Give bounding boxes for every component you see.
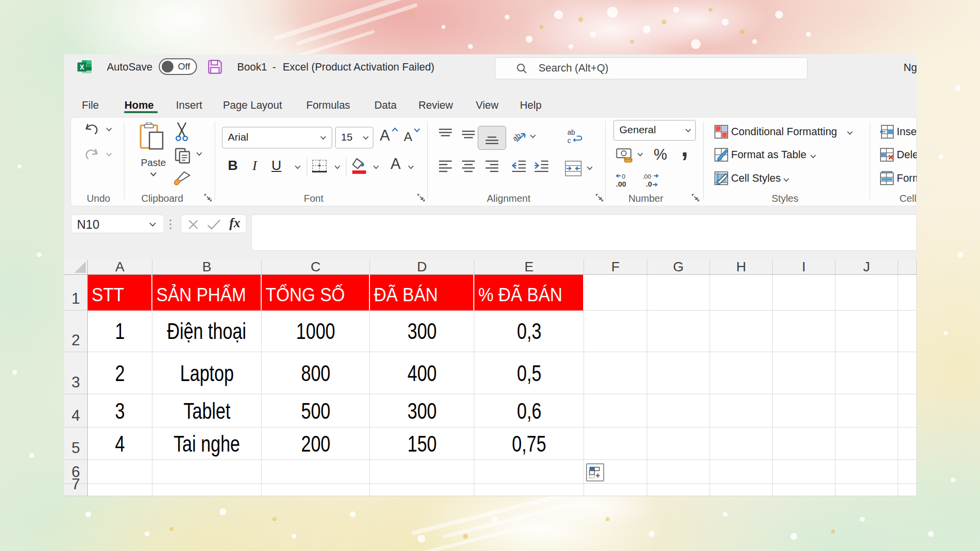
percent-style-button[interactable]: % bbox=[654, 146, 667, 164]
cell-B2[interactable]: Điện thoại bbox=[152, 311, 262, 352]
cell[interactable] bbox=[584, 311, 647, 352]
cell[interactable] bbox=[584, 428, 647, 460]
font-size-combobox[interactable]: 15 bbox=[335, 127, 373, 148]
delete-cells-button[interactable]: Delete bbox=[897, 149, 917, 161]
cell-B1[interactable]: SẢN PHẨM bbox=[152, 275, 262, 311]
cell[interactable] bbox=[647, 428, 710, 460]
cell[interactable] bbox=[647, 311, 710, 352]
search-box[interactable]: Search (Alt+Q) bbox=[495, 57, 808, 79]
cell-C5[interactable]: 200 bbox=[262, 428, 370, 460]
cell-C4[interactable]: 500 bbox=[262, 394, 370, 428]
font-name-combobox[interactable]: Arial bbox=[222, 127, 332, 148]
format-cells-icon[interactable] bbox=[880, 171, 894, 186]
format-as-table-dropdown-icon[interactable] bbox=[810, 154, 816, 159]
cell[interactable] bbox=[584, 484, 647, 496]
tab-review[interactable]: Review bbox=[418, 99, 453, 112]
number-format-dropdown-icon[interactable] bbox=[685, 128, 691, 133]
name-box-resize-dots-icon[interactable] bbox=[169, 219, 172, 231]
select-all-corner[interactable] bbox=[64, 260, 88, 275]
cell[interactable] bbox=[710, 394, 773, 428]
align-top-button[interactable] bbox=[439, 128, 452, 141]
formula-input[interactable] bbox=[251, 215, 917, 251]
tab-file[interactable]: File bbox=[82, 99, 99, 112]
cancel-icon[interactable] bbox=[188, 219, 199, 230]
format-as-table-icon[interactable] bbox=[714, 147, 729, 162]
cell[interactable] bbox=[88, 484, 152, 496]
cell[interactable] bbox=[262, 460, 370, 484]
cell[interactable] bbox=[773, 484, 835, 496]
redo-button[interactable] bbox=[85, 148, 98, 161]
row-header-2[interactable]: 2 bbox=[64, 311, 88, 352]
column-header-D[interactable]: D bbox=[370, 260, 474, 275]
cell[interactable] bbox=[835, 311, 898, 352]
column-header-J[interactable]: J bbox=[835, 260, 898, 275]
cell-E4[interactable]: 0,6 bbox=[474, 394, 584, 428]
fill-color-button[interactable] bbox=[351, 158, 368, 174]
cell[interactable] bbox=[898, 275, 917, 311]
column-header-E[interactable]: E bbox=[474, 260, 584, 275]
merge-center-dropdown-icon[interactable] bbox=[587, 166, 593, 170]
column-header-B[interactable]: B bbox=[152, 260, 262, 275]
font-size-dropdown-icon[interactable] bbox=[363, 136, 369, 140]
cell-styles-button[interactable]: Cell Styles bbox=[731, 172, 781, 185]
cell[interactable] bbox=[710, 460, 773, 484]
fill-color-dropdown-icon[interactable] bbox=[373, 165, 379, 169]
underline-dropdown-icon[interactable] bbox=[294, 165, 301, 169]
paste-icon[interactable] bbox=[139, 122, 167, 151]
cell[interactable] bbox=[898, 460, 917, 484]
cell[interactable] bbox=[898, 311, 917, 352]
increase-decimal-button[interactable]: 0 .00 bbox=[615, 172, 634, 188]
underline-button[interactable]: U bbox=[271, 158, 281, 173]
accounting-dropdown-icon[interactable] bbox=[637, 152, 643, 157]
cell[interactable] bbox=[710, 311, 773, 352]
decrease-indent-button[interactable] bbox=[512, 160, 526, 173]
cell-E1[interactable]: % ĐÃ BÁN bbox=[474, 275, 584, 311]
row-header-1[interactable]: 1 bbox=[64, 275, 88, 311]
cell[interactable] bbox=[152, 484, 262, 496]
cell-A3[interactable]: 2 bbox=[88, 352, 152, 394]
orientation-button[interactable]: ab bbox=[513, 129, 527, 144]
cell[interactable] bbox=[773, 311, 835, 352]
cut-icon[interactable] bbox=[175, 122, 188, 142]
delete-cells-icon[interactable] bbox=[880, 147, 894, 162]
cell[interactable] bbox=[647, 352, 710, 394]
borders-button[interactable] bbox=[311, 159, 328, 174]
comma-style-button[interactable]: , bbox=[681, 133, 688, 162]
column-header-F[interactable]: F bbox=[584, 260, 647, 275]
cell[interactable] bbox=[835, 394, 898, 428]
tab-view[interactable]: View bbox=[476, 99, 498, 112]
borders-dropdown-icon[interactable] bbox=[334, 165, 341, 169]
italic-button[interactable]: I bbox=[252, 158, 257, 173]
cell[interactable] bbox=[898, 352, 917, 394]
name-box[interactable]: N10 bbox=[71, 215, 164, 233]
cell-B4[interactable]: Tablet bbox=[152, 394, 262, 428]
orientation-dropdown-icon[interactable] bbox=[530, 134, 536, 139]
enter-icon[interactable] bbox=[207, 219, 221, 230]
cell[interactable] bbox=[474, 484, 584, 496]
column-header-K[interactable] bbox=[898, 260, 917, 275]
insert-function-button[interactable]: fx bbox=[229, 216, 241, 231]
cell-C1[interactable]: TỔNG SỐ bbox=[262, 275, 370, 311]
format-painter-icon[interactable] bbox=[173, 171, 191, 186]
cell-D2[interactable]: 300 bbox=[370, 311, 474, 352]
bold-button[interactable]: B bbox=[228, 158, 238, 173]
clipboard-dialog-launcher-icon[interactable] bbox=[204, 194, 212, 201]
cell[interactable] bbox=[584, 394, 647, 428]
cell[interactable] bbox=[584, 275, 647, 311]
decrease-font-size-button[interactable]: A bbox=[404, 129, 423, 149]
cell[interactable] bbox=[835, 484, 898, 496]
column-header-H[interactable]: H bbox=[710, 260, 773, 275]
tab-page-layout[interactable]: Page Layout bbox=[223, 99, 282, 112]
save-icon[interactable] bbox=[207, 59, 222, 74]
increase-font-size-button[interactable]: A bbox=[380, 127, 399, 146]
cell-C2[interactable]: 1000 bbox=[262, 311, 370, 352]
cell[interactable] bbox=[584, 352, 647, 394]
cell[interactable] bbox=[262, 484, 370, 496]
cell-D5[interactable]: 150 bbox=[370, 428, 474, 460]
cell-B3[interactable]: Laptop bbox=[152, 352, 262, 394]
cell-A2[interactable]: 1 bbox=[88, 311, 152, 352]
cell[interactable] bbox=[773, 394, 835, 428]
column-header-A[interactable]: A bbox=[88, 260, 152, 275]
conditional-formatting-button[interactable]: Conditional Formatting bbox=[731, 126, 837, 138]
cell[interactable] bbox=[898, 484, 917, 496]
